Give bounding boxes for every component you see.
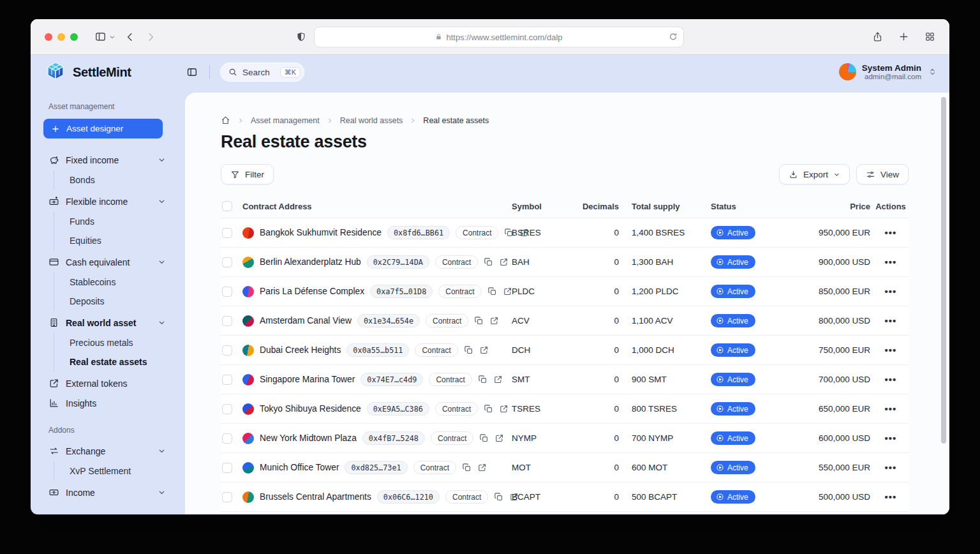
table-row[interactable]: Munich Office Tower 0xd825…73e1 Contract… (221, 453, 909, 483)
row-checkbox[interactable] (222, 287, 232, 297)
row-actions-button[interactable]: ••• (873, 433, 909, 444)
external-link-icon[interactable] (477, 463, 487, 472)
sidebar-item-income[interactable]: Income (43, 483, 168, 502)
zoom-window-button[interactable] (70, 33, 78, 41)
row-actions-button[interactable]: ••• (873, 227, 909, 238)
contract-address-pill[interactable]: 0x8fd6…BB61 (387, 226, 450, 239)
copy-icon[interactable] (487, 287, 497, 296)
contract-address-pill[interactable]: 0x2C79…14DA (367, 255, 429, 269)
contract-address-pill[interactable]: 0x1e34…654e (357, 314, 420, 327)
search-input[interactable]: Search ⌘K (220, 63, 304, 82)
copy-icon[interactable] (478, 375, 487, 384)
sidebar-item-equities[interactable]: Equities (70, 231, 168, 250)
copy-icon[interactable] (484, 257, 493, 267)
sidebar-item-xvp-settlement[interactable]: XvP Settlement (70, 461, 168, 481)
sidebar-item-flexible-income[interactable]: Flexible income (43, 191, 168, 211)
external-link-icon[interactable] (494, 433, 504, 443)
privacy-shield-icon[interactable] (296, 31, 306, 43)
row-checkbox[interactable] (222, 375, 232, 385)
contract-address-pill[interactable]: 0x74E7…c4d9 (360, 373, 423, 386)
table-row[interactable]: Brussels Central Apartments 0x06C6…1210 … (221, 483, 909, 512)
contract-address-pill[interactable]: 0x0a55…b511 (346, 343, 409, 357)
sidebar-item-cash-equivalent[interactable]: Cash equivalent (43, 252, 168, 272)
sidebar-item-bonds[interactable]: Bonds (70, 170, 168, 190)
external-link-icon[interactable] (489, 316, 499, 326)
row-actions-button[interactable]: ••• (873, 491, 909, 502)
back-button[interactable] (124, 31, 136, 43)
sidebar-item-stablecoins[interactable]: Stablecoins (70, 273, 168, 292)
row-actions-button[interactable]: ••• (873, 403, 909, 414)
sidebar-item-fixed-income[interactable]: Fixed income (43, 150, 168, 170)
row-checkbox[interactable] (222, 257, 232, 267)
sidebar-item-real-world-asset[interactable]: Real world asset (43, 313, 168, 333)
select-all-checkbox[interactable] (222, 201, 232, 211)
breadcrumb-real-world-assets[interactable]: Real world assets (340, 116, 403, 125)
table-row[interactable]: Paris La Défense Complex 0xa7f5…01D8 Con… (221, 277, 909, 306)
table-row[interactable]: Tokyo Shibuya Residence 0xE9A5…C386 Cont… (221, 394, 909, 424)
row-actions-button[interactable]: ••• (873, 462, 909, 473)
copy-icon[interactable] (474, 316, 484, 326)
close-window-button[interactable] (45, 33, 52, 41)
row-checkbox[interactable] (222, 492, 232, 502)
table-row[interactable]: Amsterdam Canal View 0x1e34…654e Contrac… (221, 306, 909, 336)
row-actions-button[interactable]: ••• (873, 286, 909, 297)
forward-button[interactable] (145, 31, 156, 43)
contract-address-pill[interactable]: 0x4fB7…5248 (362, 431, 425, 445)
breadcrumb-asset-management[interactable]: Asset management (251, 116, 320, 125)
row-checkbox[interactable] (222, 228, 232, 238)
row-checkbox[interactable] (222, 404, 232, 414)
search-icon (228, 68, 237, 77)
app-sidebar-toggle-icon[interactable] (186, 66, 198, 78)
sidebar-item-deposits[interactable]: Deposits (70, 292, 168, 311)
row-actions-button[interactable]: ••• (873, 257, 909, 267)
row-checkbox[interactable] (222, 463, 232, 473)
copy-icon[interactable] (494, 492, 503, 502)
external-link-icon[interactable] (503, 287, 512, 296)
browser-sidebar-toggle-icon[interactable] (94, 31, 115, 43)
view-button[interactable]: View (856, 164, 909, 184)
table-row[interactable]: Singapore Marina Tower 0x74E7…c4d9 Contr… (221, 365, 909, 394)
row-checkbox[interactable] (222, 433, 232, 444)
contract-address-pill[interactable]: 0x06C6…1210 (377, 490, 440, 504)
sidebar-item-real-estate-assets[interactable]: Real estate assets (70, 352, 168, 371)
external-link-icon[interactable] (479, 345, 489, 355)
share-icon[interactable] (872, 31, 883, 43)
external-link-icon[interactable] (499, 257, 509, 267)
row-actions-button[interactable]: ••• (873, 345, 909, 356)
copy-icon[interactable] (484, 404, 493, 414)
row-actions-button[interactable]: ••• (873, 315, 909, 326)
external-link-icon[interactable] (493, 375, 503, 384)
contract-address-pill[interactable]: 0xE9A5…C386 (367, 402, 429, 416)
new-tab-icon[interactable] (898, 31, 909, 42)
user-menu[interactable]: System Admin admin@mail.com (839, 63, 949, 82)
scrollbar-thumb[interactable] (941, 97, 946, 444)
sidebar-item-insights[interactable]: Insights (43, 393, 168, 413)
sidebar-item-external-tokens[interactable]: External tokens (43, 373, 168, 393)
table-row[interactable]: New York Midtown Plaza 0x4fB7…5248 Contr… (221, 424, 909, 453)
copy-icon[interactable] (479, 433, 489, 443)
sidebar-item-exchange[interactable]: Exchange (43, 441, 168, 461)
brand[interactable]: SettleMint (31, 60, 177, 84)
tab-overview-icon[interactable] (924, 31, 935, 42)
table-row[interactable]: Berlin Alexanderplatz Hub 0x2C79…14DA Co… (221, 248, 909, 277)
sidebar-item-precious-metals[interactable]: Precious metals (70, 333, 168, 352)
table-row[interactable]: Bangkok Sukhumvit Residence 0x8fd6…BB61 … (221, 218, 909, 248)
row-checkbox[interactable] (222, 316, 232, 326)
table-row[interactable]: Dubai Creek Heights 0x0a55…b511 Contract… (221, 336, 909, 365)
external-link-icon[interactable] (499, 404, 509, 414)
minimize-window-button[interactable] (57, 33, 65, 41)
contract-address-pill[interactable]: 0xd825…73e1 (345, 461, 407, 474)
status-label: Active (727, 258, 748, 267)
filter-button[interactable]: Filter (221, 164, 274, 184)
asset-designer-button[interactable]: Asset designer (43, 119, 163, 138)
copy-icon[interactable] (462, 463, 471, 472)
row-actions-button[interactable]: ••• (873, 374, 909, 385)
home-icon[interactable] (221, 116, 230, 125)
sidebar-item-funds[interactable]: Funds (70, 212, 168, 231)
contract-address-pill[interactable]: 0xa7f5…01D8 (370, 285, 433, 298)
address-bar[interactable]: https://www.settlemint.com/dalp (314, 26, 684, 47)
reload-icon[interactable] (669, 33, 678, 41)
row-checkbox[interactable] (222, 345, 232, 356)
copy-icon[interactable] (464, 345, 473, 355)
export-button[interactable]: Export (779, 164, 850, 184)
